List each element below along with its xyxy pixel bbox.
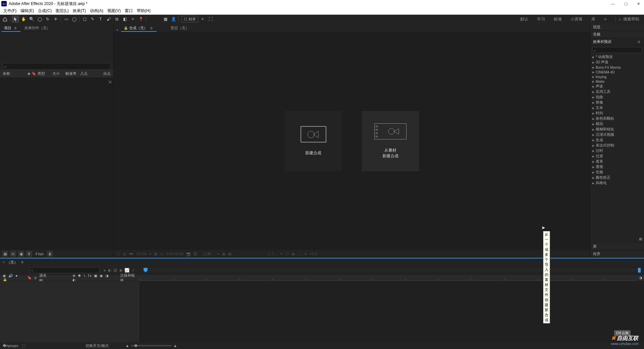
disclosure-triangle-icon[interactable]: ▶ <box>592 107 594 110</box>
close-tab-icon[interactable]: × <box>3 260 5 264</box>
search-help-input[interactable]: 搜索帮助 <box>623 16 639 22</box>
effects-category[interactable]: ▶模糊和锐化 <box>592 127 643 132</box>
effects-category[interactable]: ▶声道 <box>592 84 643 89</box>
tag-icon[interactable]: 🔖 <box>32 71 36 76</box>
view-count[interactable]: 1 个... <box>268 251 277 256</box>
toggle-switches-icon[interactable]: �процес <box>3 344 18 348</box>
disclosure-triangle-icon[interactable]: ▶ <box>592 150 594 153</box>
disclosure-triangle-icon[interactable]: ▶ <box>592 61 594 64</box>
disclosure-triangle-icon[interactable]: ▶ <box>592 71 594 74</box>
time-ruler[interactable] <box>140 275 637 281</box>
view2-icon[interactable]: ▦ <box>291 252 295 256</box>
timeline-search-input[interactable]: ⌕ <box>30 267 99 273</box>
col-fps[interactable]: 帧速率 <box>65 71 79 76</box>
puppet-tool[interactable]: 📍 <box>137 15 145 23</box>
effects-category[interactable]: ▶沉浸式视频 <box>592 132 643 137</box>
menu-comp[interactable]: 合成(C) <box>36 8 54 14</box>
home-button[interactable] <box>1 15 9 23</box>
view3-icon[interactable]: ⛶ <box>298 252 301 256</box>
workspace-small[interactable]: 小屏幕 <box>571 16 583 22</box>
eraser-tool[interactable]: ◧ <box>121 15 128 23</box>
roi-icon[interactable]: ▣ <box>222 252 225 256</box>
workspace-learn[interactable]: 学习 <box>537 16 545 22</box>
disclosure-triangle-icon[interactable]: ▶ <box>592 144 594 147</box>
effects-category[interactable]: ▶风格化 <box>592 180 643 186</box>
tab-layer[interactable]: 图层（无） <box>168 24 192 32</box>
menu-file[interactable]: 文件(F) <box>1 8 18 14</box>
shape-tool[interactable]: ▢ <box>81 15 88 23</box>
disclosure-triangle-icon[interactable]: ▶ <box>592 133 594 136</box>
mag-ratio[interactable]: 🖵 <box>116 252 120 256</box>
effects-category[interactable]: ▶实用工具 <box>592 89 643 95</box>
resolution-dropdown[interactable]: （完整） <box>200 251 215 256</box>
glasses-icon[interactable]: 👓 <box>129 252 133 256</box>
trash-icon[interactable]: 🗑 <box>47 251 53 257</box>
roto-tool[interactable]: ✧ <box>129 15 137 23</box>
motion-blur-icon[interactable]: ◉ <box>119 268 122 273</box>
toggle-modes-icon[interactable]: ⬚ <box>22 344 25 348</box>
col-out[interactable]: 出点 <box>103 71 111 76</box>
new-comp-icon[interactable]: ▣ <box>18 251 24 257</box>
effects-category[interactable]: ▶遮罩 <box>592 159 643 164</box>
col-in[interactable]: 入点 <box>80 71 90 76</box>
resolution-icon[interactable]: ▥ <box>123 252 126 256</box>
mesh-icon[interactable]: ▦ <box>162 15 169 23</box>
disclosure-triangle-icon[interactable]: ▶ <box>592 176 594 179</box>
menu-anim[interactable]: 动画(A) <box>88 8 105 14</box>
rotate-tool[interactable]: ↻ <box>44 15 51 23</box>
effects-category[interactable]: ▶Matte <box>592 79 643 84</box>
disclosure-triangle-icon[interactable]: ▶ <box>592 139 594 142</box>
new-folder-icon[interactable]: 🗀 <box>10 251 16 257</box>
disclosure-triangle-icon[interactable]: ▶ <box>592 101 594 104</box>
label-icon[interactable]: ◆ <box>28 71 30 76</box>
disclosure-triangle-icon[interactable]: ▶ <box>592 80 594 83</box>
marker-bin-icon[interactable]: ◑ <box>639 276 642 280</box>
menu-help[interactable]: 帮助(H) <box>135 8 153 14</box>
menu-effect[interactable]: 效果(T) <box>71 8 88 14</box>
comp-mag[interactable]: 33.5% <box>136 252 147 256</box>
menu-layer[interactable]: 图层(L) <box>54 8 71 14</box>
flowchart-icon[interactable]: ⇲ <box>108 79 111 84</box>
disclosure-triangle-icon[interactable]: ▶ <box>592 160 594 163</box>
adjust-icon[interactable]: 🎚 <box>26 251 32 257</box>
menu-view[interactable]: 视图(V) <box>105 8 123 14</box>
disclosure-triangle-icon[interactable]: ▶ <box>592 66 594 69</box>
av-icons[interactable]: ◉ 🔊 ● 🔒 <box>3 274 24 282</box>
exposure-icon[interactable]: ☀ <box>304 252 307 256</box>
snap-option2-icon[interactable]: ⛶ <box>207 15 214 23</box>
disclosure-triangle-icon[interactable]: ▶ <box>592 96 594 99</box>
disclosure-triangle-icon[interactable]: ▶ <box>592 112 594 115</box>
window-maximize-button[interactable]: ▢ <box>624 2 628 6</box>
disclosure-triangle-icon[interactable]: ▶ <box>592 117 594 120</box>
workspace-library[interactable]: 库 <box>591 16 595 22</box>
hand-tool[interactable]: ✋ <box>20 15 27 23</box>
effects-search-input[interactable]: ⌕ <box>592 47 642 53</box>
disclosure-triangle-icon[interactable]: ▶ <box>592 75 594 78</box>
rect-tool[interactable]: ▭ <box>62 15 70 23</box>
disclosure-triangle-icon[interactable]: ▶ <box>592 56 594 59</box>
disclosure-triangle-icon[interactable]: ▶ <box>592 155 594 158</box>
project-bit-depth[interactable]: 8 bpc <box>34 252 45 256</box>
effects-category[interactable]: ▶文本 <box>592 105 643 111</box>
workspace-standard[interactable]: 标准 <box>554 16 562 22</box>
effects-category[interactable]: ▶表达式控制 <box>592 143 643 148</box>
zoom-tool[interactable]: 🔍 <box>28 15 35 23</box>
menu-window[interactable]: 窗口 <box>123 8 135 14</box>
disclosure-triangle-icon[interactable]: ▶ <box>592 91 594 94</box>
clone-tool[interactable]: ⧉ <box>113 15 120 23</box>
effects-category[interactable]: ▶扭曲 <box>592 95 643 100</box>
window-close-button[interactable]: ✕ <box>637 2 640 6</box>
timeline-zoom-slider[interactable]: ▲ ▲ <box>125 344 177 348</box>
work-area-end[interactable] <box>638 268 641 273</box>
tab-project[interactable]: 项目≡ <box>1 24 20 32</box>
col-type[interactable]: 类型 <box>38 71 51 76</box>
panel-menu-icon[interactable]: ≡ <box>149 26 154 31</box>
project-search-input[interactable]: ⌕ <box>3 63 111 70</box>
zoom-in-icon[interactable]: ▲ <box>173 344 177 348</box>
panel-menu-icon[interactable]: ≡ <box>20 260 25 265</box>
panel-library[interactable]: 库 <box>590 243 644 250</box>
effects-category[interactable]: ▶生成 <box>592 137 643 143</box>
panel-menu-icon[interactable]: ≡ <box>636 40 641 44</box>
playhead-icon[interactable] <box>144 268 148 273</box>
timeline-work-area[interactable] <box>144 269 641 272</box>
